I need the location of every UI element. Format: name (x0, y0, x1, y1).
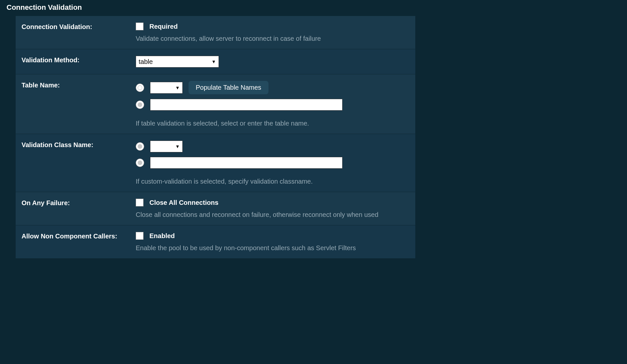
input-table-name[interactable] (150, 99, 343, 111)
checkbox-connection-validation[interactable] (136, 23, 144, 30)
label-connection-validation: Connection Validation: (22, 23, 136, 31)
hint-connection-validation: Validate connections, allow server to re… (136, 35, 409, 42)
content-validation-method: table ▼ (136, 56, 409, 68)
content-allow-non-component: Enabled Enable the pool to be used by no… (136, 232, 409, 252)
input-validation-class-name[interactable] (150, 157, 343, 169)
radio-table-name-select[interactable] (136, 83, 144, 92)
row-validation-method: Validation Method: table ▼ (16, 49, 415, 74)
radio-table-name-text[interactable] (136, 100, 144, 109)
chevron-down-icon: ▼ (175, 85, 180, 90)
section-title: Connection Validation (7, 0, 620, 14)
hint-on-any-failure: Close all connections and reconnect on f… (136, 211, 409, 219)
chevron-down-icon: ▼ (175, 144, 180, 149)
label-allow-non-component: Allow Non Component Callers: (22, 232, 136, 240)
select-validation-class-name[interactable]: ▼ (150, 141, 183, 152)
hint-table-name: If table validation is selected, select … (136, 120, 409, 127)
content-validation-class-name: ▼ If custom-validation is selected, spec… (136, 141, 409, 185)
content-connection-validation: Required Validate connections, allow ser… (136, 23, 409, 42)
hint-validation-class-name: If custom-validation is selected, specif… (136, 178, 409, 185)
content-table-name: ▼ Populate Table Names If table validati… (136, 81, 409, 127)
checkbox-allow-non-component[interactable] (136, 232, 144, 240)
checkbox-close-all-connections[interactable] (136, 199, 144, 206)
select-validation-method[interactable]: table ▼ (136, 56, 219, 68)
radio-validation-class-text[interactable] (136, 159, 144, 167)
row-on-any-failure: On Any Failure: Close All Connections Cl… (16, 192, 415, 225)
row-table-name: Table Name: ▼ Populate Table Names If ta… (16, 74, 415, 134)
hint-allow-non-component: Enable the pool to be used by non-compon… (136, 244, 409, 252)
chevron-down-icon: ▼ (211, 59, 216, 64)
checkbox-label-close-all: Close All Connections (149, 199, 219, 206)
label-on-any-failure: On Any Failure: (22, 199, 136, 207)
row-allow-non-component: Allow Non Component Callers: Enabled Ena… (16, 225, 415, 259)
row-connection-validation: Connection Validation: Required Validate… (16, 16, 415, 49)
row-validation-class-name: Validation Class Name: ▼ If custom-valid… (16, 134, 415, 192)
label-validation-class-name: Validation Class Name: (22, 141, 136, 149)
label-table-name: Table Name: (22, 81, 136, 89)
radio-validation-class-select[interactable] (136, 142, 144, 151)
checkbox-label-required: Required (149, 23, 178, 30)
select-table-name[interactable]: ▼ (150, 82, 183, 94)
populate-table-names-button[interactable]: Populate Table Names (189, 81, 268, 94)
checkbox-label-enabled: Enabled (149, 232, 175, 240)
select-validation-method-value: table (139, 58, 153, 66)
content-on-any-failure: Close All Connections Close all connecti… (136, 199, 409, 219)
form-table: Connection Validation: Required Validate… (16, 16, 415, 259)
label-validation-method: Validation Method: (22, 56, 136, 64)
